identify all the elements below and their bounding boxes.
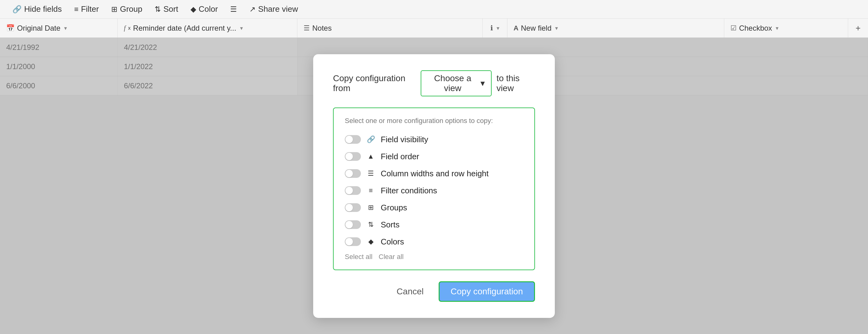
sorts-label: Sorts [381,220,400,230]
summary-icon: ☰ [230,5,237,13]
toolbar-hide-fields-label: Hide fields [24,4,62,14]
options-box: Select one or more configuration options… [333,108,535,270]
filter-conditions-icon: ≡ [367,186,375,194]
toggle-column-widths[interactable] [345,169,361,178]
field-order-label: Field order [381,152,419,161]
option-sorts: ⇅ Sorts [345,216,523,233]
option-colors: ◆ Colors [345,233,523,250]
toggle-colors[interactable] [345,237,361,246]
column-header-row: 📅 Original Date ▾ fx Reminder date (Add … [0,19,868,38]
col-header-info[interactable]: ℹ ▾ [483,19,507,37]
toolbar-color-label: Color [198,4,218,14]
original-date-dropdown-icon: ▾ [64,25,67,32]
group-icon: ⊞ [111,5,117,13]
toggle-field-visibility[interactable] [345,135,361,144]
toggle-groups[interactable] [345,203,361,212]
options-label: Select one or more configuration options… [345,117,523,125]
col-header-original-date[interactable]: 📅 Original Date ▾ [0,19,118,37]
toolbar-share-view-label: Share view [258,4,298,14]
toggle-field-order[interactable] [345,152,361,161]
cancel-button[interactable]: Cancel [389,282,431,301]
original-date-icon: 📅 [6,24,14,32]
col-header-new-field-label: New field [521,24,552,33]
filter-icon: ≡ [74,5,79,13]
toolbar-color[interactable]: ◆ Color [186,2,223,17]
col-header-original-date-label: Original Date [17,24,60,33]
choose-view-dropdown[interactable]: Choose a view ▾ [421,70,492,96]
data-area: 4/21/1992 4/21/2022 1/1/2000 1/1/2022 6/… [0,38,868,334]
toggle-filter-conditions[interactable] [345,186,361,195]
color-icon: ◆ [190,5,196,13]
column-widths-label: Column widths and row height [381,169,489,179]
new-field-dropdown-icon: ▾ [555,25,558,32]
toolbar-share-view[interactable]: ↗ Share view [244,2,303,17]
groups-icon: ⊞ [367,204,375,212]
option-filter-conditions: ≡ Filter conditions [345,182,523,199]
select-clear-row: Select all Clear all [345,253,523,261]
choose-view-arrow-icon: ▾ [480,78,485,88]
field-visibility-icon: 🔗 [367,135,375,144]
checkbox-icon: ☑ [731,24,737,32]
modal-title-before: Copy configuration from [333,73,416,93]
toolbar-filter[interactable]: ≡ Filter [69,2,104,17]
modal-title-after: to this view [497,73,535,93]
toolbar-group[interactable]: ⊞ Group [106,2,147,17]
toolbar: 🔗 Hide fields ≡ Filter ⊞ Group ⇅ Sort ◆ … [0,0,868,19]
col-header-reminder-date-label: Reminder date (Add current y... [133,24,236,33]
reminder-date-dropdown-icon: ▾ [240,25,243,32]
sort-icon: ⇅ [155,5,161,13]
toolbar-group-label: Group [120,4,142,14]
choose-view-label: Choose a view [428,73,478,93]
col-header-checkbox-label: Checkbox [739,24,772,33]
info-icon: ℹ [490,24,493,32]
col-header-new-field[interactable]: A New field ▾ [507,19,724,37]
column-widths-icon: ☰ [367,170,375,178]
toolbar-summary[interactable]: ☰ [225,2,242,16]
hide-fields-icon: 🔗 [12,5,22,13]
modal-title-row: Copy configuration from Choose a view ▾ … [333,70,535,96]
toggle-sorts[interactable] [345,220,361,229]
share-view-icon: ↗ [249,5,255,13]
clear-all-button[interactable]: Clear all [378,253,404,261]
groups-label: Groups [381,203,407,213]
col-header-notes-label: Notes [312,24,332,33]
toolbar-sort[interactable]: ⇅ Sort [150,2,183,17]
checkbox-dropdown-icon: ▾ [776,25,778,32]
col-header-checkbox[interactable]: ☑ Checkbox ▾ [724,19,848,37]
select-all-button[interactable]: Select all [345,253,372,261]
option-field-order: ▲ Field order [345,148,523,165]
notes-icon: ☰ [304,24,310,32]
col-header-reminder-date[interactable]: fx Reminder date (Add current y... ▾ [118,19,298,37]
modal-overlay: Copy configuration from Choose a view ▾ … [0,38,868,334]
add-field-button[interactable]: + [848,19,868,37]
copy-config-modal: Copy configuration from Choose a view ▾ … [313,54,555,318]
toolbar-sort-label: Sort [163,4,178,14]
modal-actions: Cancel Copy configuration [333,281,535,302]
filter-conditions-label: Filter conditions [381,186,437,195]
toolbar-filter-label: Filter [81,4,99,14]
toolbar-hide-fields[interactable]: 🔗 Hide fields [7,2,67,17]
field-order-icon: ▲ [367,152,375,160]
new-field-icon: A [514,24,519,32]
col-header-notes[interactable]: ☰ Notes [298,19,483,37]
colors-icon: ◆ [367,238,375,246]
reminder-date-icon: f [124,25,126,32]
sorts-icon: ⇅ [367,221,375,229]
option-field-visibility: 🔗 Field visibility [345,131,523,148]
info-dropdown-icon: ▾ [497,25,499,32]
option-column-widths: ☰ Column widths and row height [345,165,523,182]
copy-configuration-button[interactable]: Copy configuration [439,281,535,302]
option-groups: ⊞ Groups [345,199,523,216]
colors-label: Colors [381,237,404,247]
field-visibility-label: Field visibility [381,135,428,144]
